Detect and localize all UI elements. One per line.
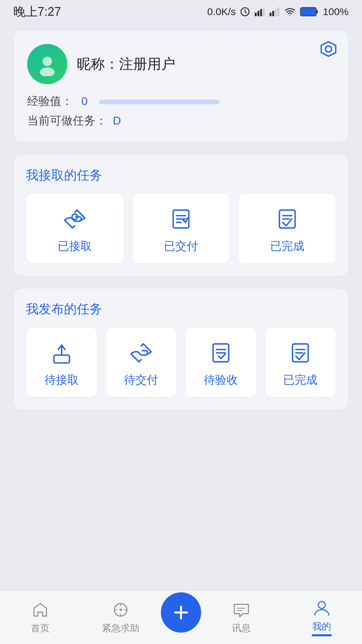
alarm-icon (240, 6, 250, 17)
task-level-value: D (113, 114, 121, 127)
task-level-info: 当前可做任务： D (27, 113, 335, 128)
task-paid-label: 已交付 (164, 238, 198, 254)
avatar (27, 44, 67, 84)
nav-news-label: 讯息 (232, 622, 251, 635)
settings-icon[interactable] (319, 40, 338, 58)
status-bar: 晚上7:27 0.0K/s 100% (0, 0, 362, 23)
my-accepted-tasks-title: 我接取的任务 (26, 167, 336, 184)
nav-active-indicator (312, 634, 332, 636)
nav-emergency[interactable]: 紧急求助 (80, 600, 161, 635)
task-item-pending-pay[interactable]: 待交付 (106, 327, 177, 397)
task-completed-label: 已完成 (270, 238, 304, 254)
svg-rect-25 (54, 355, 69, 363)
svg-point-43 (318, 601, 325, 608)
svg-rect-7 (275, 9, 277, 16)
task-item-accepted[interactable]: 已接取 (26, 193, 124, 264)
profile-top: 昵称：注册用户 (27, 44, 335, 84)
battery-percent: 100% (323, 6, 349, 17)
nav-mine-label: 我的 (312, 620, 331, 633)
nav-home-label: 首页 (31, 622, 50, 635)
svg-point-15 (43, 57, 52, 66)
bottom-nav: 首页 紧急求助 讯息 (0, 590, 362, 644)
chat-icon (232, 600, 251, 619)
svg-rect-5 (270, 13, 272, 16)
nav-mine[interactable]: 我的 (282, 599, 362, 636)
add-button[interactable] (161, 592, 201, 633)
exp-bar (99, 100, 220, 104)
exp-label: 经验值： (27, 95, 73, 107)
task-item-paid[interactable]: 已交付 (132, 193, 230, 264)
done-label: 已完成 (283, 372, 317, 388)
svg-marker-13 (321, 42, 336, 56)
my-published-tasks-title: 我发布的任务 (26, 301, 336, 318)
wifi-icon (284, 6, 296, 17)
svg-rect-2 (258, 11, 259, 16)
nickname-value: 注册用户 (119, 56, 175, 72)
nav-emergency-label: 紧急求助 (102, 622, 139, 635)
pending-verify-label: 待验收 (204, 372, 238, 388)
svg-rect-6 (273, 11, 274, 16)
nav-news[interactable]: 讯息 (201, 600, 282, 635)
status-time: 晚上7:27 (13, 4, 61, 20)
svg-point-14 (325, 46, 331, 52)
pending-accept-label: 待接取 (45, 372, 79, 388)
svg-rect-4 (263, 7, 265, 16)
upload-icon (48, 339, 75, 366)
verify-icon (207, 339, 234, 366)
handshake2-icon (128, 339, 155, 366)
done-icon (287, 339, 314, 366)
svg-rect-12 (316, 10, 318, 13)
svg-rect-1 (255, 13, 257, 16)
svg-point-9 (290, 15, 291, 16)
svg-point-16 (40, 67, 55, 76)
profile-card: 昵称：注册用户 经验值： 0 当前可做任务： D (13, 30, 349, 142)
home-icon (31, 600, 50, 619)
svg-point-34 (120, 608, 122, 611)
task-item-done[interactable]: 已完成 (265, 327, 337, 397)
username: 昵称：注册用户 (77, 55, 175, 73)
compass-icon (111, 600, 130, 619)
exp-info: 经验值： 0 (27, 94, 335, 109)
task-item-pending-verify[interactable]: 待验收 (185, 327, 257, 397)
signal-icon2 (269, 6, 280, 17)
published-tasks-grid: 待接取 待交付 待验收 (26, 327, 336, 397)
battery-icon (300, 6, 319, 17)
nav-add[interactable] (161, 592, 201, 636)
task-item-completed[interactable]: 已完成 (238, 193, 336, 264)
my-accepted-tasks-section: 我接取的任务 已接取 (13, 154, 349, 276)
handshake-icon (61, 206, 88, 232)
person-icon (312, 599, 331, 618)
main-content: 昵称：注册用户 经验值： 0 当前可做任务： D 我接取的任务 (0, 23, 362, 482)
plus-icon (169, 601, 193, 624)
task-accepted-label: 已接取 (58, 238, 92, 254)
pending-pay-label: 待交付 (124, 372, 158, 388)
task-label: 当前可做任务： (27, 114, 107, 127)
nickname-label: 昵称： (77, 56, 119, 72)
svg-rect-11 (301, 8, 316, 15)
network-speed: 0.0K/s (207, 6, 236, 17)
task-item-pending-accept[interactable]: 待接取 (26, 327, 98, 397)
accepted-tasks-grid: 已接取 已交付 已完成 (26, 193, 336, 264)
status-right: 0.0K/s 100% (207, 6, 349, 17)
my-published-tasks-section: 我发布的任务 待接取 待交付 (13, 288, 349, 410)
payment-icon (168, 206, 194, 232)
svg-rect-3 (260, 9, 262, 16)
nav-home[interactable]: 首页 (0, 600, 80, 635)
exp-value: 0 (81, 95, 87, 107)
svg-rect-8 (278, 7, 280, 16)
signal-icon (254, 6, 265, 17)
completed-icon (274, 206, 301, 232)
